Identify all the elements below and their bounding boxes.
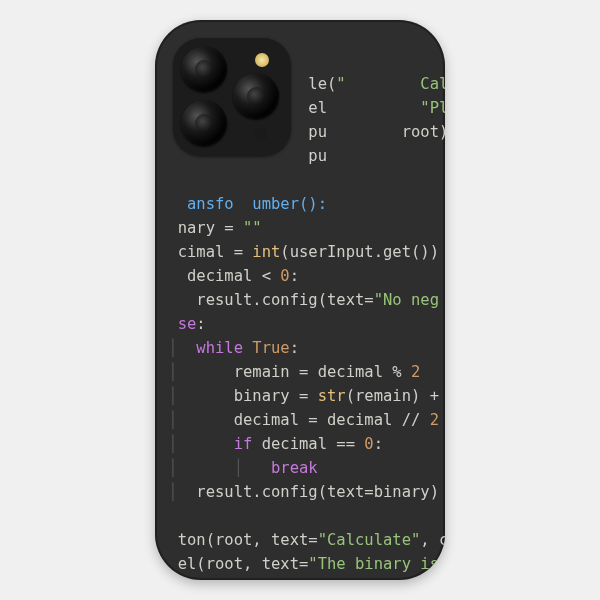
code-line: │ binary = str(remain) + — [159, 387, 439, 405]
code-line: │ remain = decimal % 2 — [159, 363, 420, 381]
code-line: nary = "" — [159, 219, 262, 237]
code-line: cimal = int(userInput.get()) — [159, 243, 439, 261]
code-line: decimal < 0: — [159, 267, 299, 285]
lidar-sensor-icon — [255, 128, 267, 140]
code-line — [159, 171, 168, 189]
code-line: ton(root, text="Calculate", c — [159, 531, 445, 549]
camera-lens-icon — [181, 100, 227, 146]
phone-case-product: le(" Calculator") el "Please enter pu ro… — [155, 20, 445, 580]
code-line: = tk.Label(root) — [159, 579, 318, 580]
code-line: │ if decimal == 0: — [159, 435, 383, 453]
camera-lens-icon — [233, 73, 279, 119]
code-line: el(root, text="The binary is — [159, 555, 439, 573]
code-line: ansfo umber(): — [159, 195, 327, 213]
code-line — [159, 507, 168, 525]
camera-module — [173, 38, 291, 156]
code-line: │ │ break — [159, 459, 318, 477]
code-line: │ decimal = decimal // 2 — [159, 411, 439, 429]
code-line: result.config(text="No neg — [159, 291, 439, 309]
code-line: se: — [159, 315, 206, 333]
camera-lens-icon — [181, 46, 227, 92]
flash-icon — [255, 53, 269, 67]
code-line: │ while True: — [159, 339, 299, 357]
code-line: │ result.config(text=binary) — [159, 483, 439, 501]
